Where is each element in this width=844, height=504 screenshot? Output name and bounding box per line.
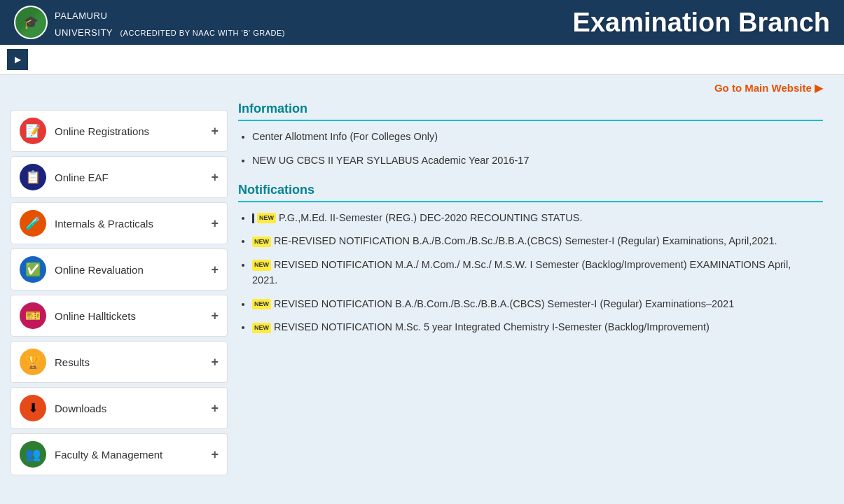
university-title: PALAMURU UNIVERSITY (ACCREDITED BY NAAC …: [55, 6, 285, 39]
logo-circle: 🎓: [14, 6, 48, 39]
notifications-section: Notifications NEWP.G.,M.Ed. II-Semester …: [238, 183, 823, 344]
sidebar-label-online-registrations: Online Registrations: [55, 125, 202, 137]
notification-list-item[interactable]: NEWREVISED NOTIFICATION M.A./ M.Com./ M.…: [252, 258, 816, 288]
sidebar-label-faculty-management: Faculty & Management: [55, 449, 202, 461]
notifications-list: NEWP.G.,M.Ed. II-Semester (REG.) DEC-202…: [238, 211, 823, 344]
nav-bar: [0, 45, 844, 75]
sidebar-item-online-eaf[interactable]: 📋 Online EAF +: [11, 156, 228, 198]
university-name: PALAMURU UNIVERSITY (ACCREDITED BY NAAC …: [55, 6, 285, 39]
new-badge: NEW: [252, 260, 271, 271]
sidebar-label-online-revaluation: Online Revaluation: [55, 264, 202, 276]
university-name-main: PALAMURU: [55, 10, 107, 21]
notification-list-item[interactable]: NEWREVISED NOTIFICATION B.A./B.Com./B.Sc…: [252, 297, 816, 312]
information-list: Center Allotment Info (For Colleges Only…: [238, 130, 823, 169]
university-logo-area: 🎓 PALAMURU UNIVERSITY (ACCREDITED BY NAA…: [14, 6, 285, 39]
notif-bar-indicator: [252, 214, 254, 223]
sidebar-icon-online-revaluation: ✅: [20, 256, 46, 283]
notifications-title: Notifications: [238, 183, 823, 202]
university-subtitle: UNIVERSITY: [55, 27, 113, 38]
logo-inner: 🎓: [15, 7, 46, 38]
accreditation-text: (ACCREDITED BY NAAC WITH 'B' GRADE): [120, 29, 285, 37]
sidebar-icon-faculty-management: 👥: [20, 441, 46, 468]
sidebar-plus-online-revaluation: +: [211, 262, 219, 277]
sidebar-item-faculty-management[interactable]: 👥 Faculty & Management +: [11, 433, 228, 475]
new-badge: NEW: [257, 213, 276, 224]
sidebar-label-internals-practicals: Internals & Practicals: [55, 218, 202, 230]
notification-list-item[interactable]: NEWP.G.,M.Ed. II-Semester (REG.) DEC-202…: [252, 211, 816, 226]
new-badge: NEW: [252, 237, 271, 248]
sidebar-label-online-halltickets: Online Halltickets: [55, 310, 202, 322]
sidebar-item-online-registrations[interactable]: 📝 Online Registrations +: [11, 110, 228, 152]
sidebar-label-downloads: Downloads: [55, 402, 202, 414]
content-area: Go to Main Website ▶ Information Center …: [228, 82, 833, 475]
sidebar-item-results[interactable]: 🏆 Results +: [11, 341, 228, 383]
sidebar-icon-internals-practicals: 🧪: [20, 210, 46, 237]
notifications-container: NEWP.G.,M.Ed. II-Semester (REG.) DEC-202…: [238, 211, 823, 344]
go-to-main-link-area: Go to Main Website ▶: [238, 82, 823, 94]
information-list-item: Center Allotment Info (For Colleges Only…: [252, 130, 823, 145]
sidebar-plus-internals-practicals: +: [211, 216, 219, 231]
sidebar-icon-online-halltickets: 🎫: [20, 302, 46, 329]
new-badge: NEW: [252, 299, 271, 310]
play-button[interactable]: [7, 49, 28, 70]
sidebar-plus-online-eaf: +: [211, 170, 219, 185]
sidebar-item-internals-practicals[interactable]: 🧪 Internals & Practicals +: [11, 202, 228, 244]
main-layout: 📝 Online Registrations + 📋 Online EAF + …: [0, 75, 844, 482]
sidebar-plus-online-halltickets: +: [211, 309, 219, 323]
sidebar-icon-downloads: ⬇: [20, 395, 46, 421]
sidebar-item-online-revaluation[interactable]: ✅ Online Revaluation +: [11, 248, 228, 290]
notification-list-item[interactable]: NEWREVISED NOTIFICATION M.Sc. 5 year Int…: [252, 320, 816, 335]
sidebar-plus-online-registrations: +: [211, 124, 219, 139]
go-to-main-link[interactable]: Go to Main Website ▶: [714, 82, 823, 94]
information-section: Information Center Allotment Info (For C…: [238, 102, 823, 169]
sidebar-icon-online-registrations: 📝: [20, 118, 46, 144]
sidebar-item-downloads[interactable]: ⬇ Downloads +: [11, 387, 228, 429]
information-list-item: NEW UG CBCS II YEAR SYLLABUS Academic Ye…: [252, 153, 823, 169]
sidebar-icon-online-eaf: 📋: [20, 164, 46, 190]
notification-list-item[interactable]: NEWRE-REVISED NOTIFICATION B.A./B.Com./B…: [252, 234, 816, 249]
header: 🎓 PALAMURU UNIVERSITY (ACCREDITED BY NAA…: [0, 0, 844, 45]
sidebar-plus-faculty-management: +: [211, 447, 219, 462]
sidebar-item-online-halltickets[interactable]: 🎫 Online Halltickets +: [11, 295, 228, 337]
sidebar-plus-downloads: +: [211, 401, 219, 416]
sidebar-label-online-eaf: Online EAF: [55, 172, 202, 183]
sidebar: 📝 Online Registrations + 📋 Online EAF + …: [11, 110, 228, 475]
sidebar-label-results: Results: [55, 356, 202, 368]
sidebar-plus-results: +: [211, 355, 219, 370]
information-title: Information: [238, 102, 823, 121]
sidebar-icon-results: 🏆: [20, 349, 46, 375]
branch-title: Examination Branch: [573, 8, 830, 38]
new-badge: NEW: [252, 323, 271, 334]
